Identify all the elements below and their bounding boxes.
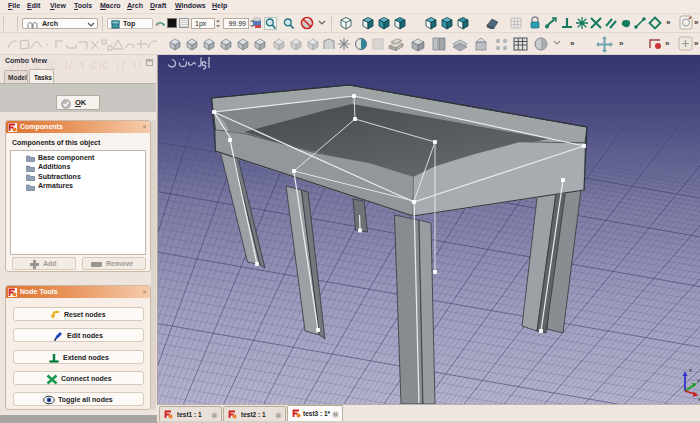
svg-text:z: z (689, 367, 692, 373)
